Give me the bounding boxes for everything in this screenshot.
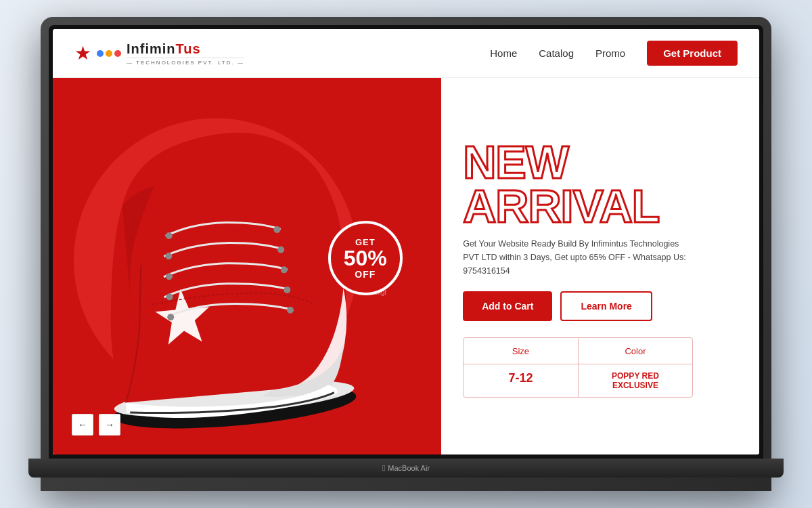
laptop-brand-label:  MacBook Air: [382, 463, 430, 473]
learn-more-button[interactable]: Learn More: [560, 291, 652, 321]
discount-off-text: OFF: [355, 269, 376, 280]
website-container: ★ InfiminTus — TECHNOLOGIES PVT. LTD. —: [53, 29, 759, 454]
laptop-brand-text: MacBook Air: [388, 464, 430, 472]
prev-arrow-button[interactable]: ←: [72, 414, 93, 436]
next-arrow-button[interactable]: →: [99, 414, 120, 436]
logo-name: InfiminTus: [127, 41, 244, 57]
nav-links: Home Catalog Promo Get Product: [490, 41, 738, 66]
product-table: Size Color 7-12: [463, 337, 693, 398]
laptop-shell: ★ InfiminTus — TECHNOLOGIES PVT. LTD. —: [41, 17, 771, 491]
size-header-cell: Size: [464, 338, 579, 364]
color-header-cell: Color: [579, 338, 693, 364]
logo-sub: — TECHNOLOGIES PVT. LTD. —: [127, 58, 244, 66]
logo-dot-yellow: [106, 50, 112, 57]
nav-arrows: ← →: [72, 414, 120, 436]
hero-title-line2: ARRIVAL: [463, 184, 738, 228]
logo-dot-blue: [97, 50, 104, 57]
navbar: ★ InfiminTus — TECHNOLOGIES PVT. LTD. —: [53, 29, 759, 78]
nav-home[interactable]: Home: [490, 47, 517, 59]
logo-text: InfiminTus — TECHNOLOGIES PVT. LTD. —: [127, 41, 244, 66]
laptop-screen: ★ InfiminTus — TECHNOLOGIES PVT. LTD. —: [53, 29, 759, 454]
hero-description: Get Your Website Ready Build By Infimint…: [463, 237, 693, 278]
discount-badge: GET 50% OFF: [328, 221, 403, 295]
color-label: Color: [625, 346, 646, 356]
logo-dots: [97, 50, 121, 57]
color-value-cell: POPPY RED EXCLUSIVE: [579, 364, 693, 397]
hero-content-area: NEW ARRIVAL Get Your Website Ready Build…: [441, 78, 759, 454]
add-to-cart-button[interactable]: Add to Cart: [463, 291, 552, 321]
size-value-cell: 7-12: [464, 364, 579, 397]
apple-icon: : [382, 463, 385, 473]
screen-bezel: ★ InfiminTus — TECHNOLOGIES PVT. LTD. —: [49, 25, 763, 459]
nav-catalog[interactable]: Catalog: [539, 47, 574, 59]
laptop-base:  MacBook Air: [28, 459, 784, 478]
logo-dot-red: [114, 50, 121, 57]
hero-title: NEW ARRIVAL: [463, 140, 738, 228]
logo-star-icon: ★: [74, 42, 91, 64]
discount-percent-text: 50%: [344, 247, 387, 269]
hero-buttons: Add to Cart Learn More: [463, 291, 738, 321]
nav-promo[interactable]: Promo: [595, 47, 625, 59]
size-label: Size: [512, 346, 529, 356]
get-product-button[interactable]: Get Product: [647, 41, 738, 66]
logo-area: ★ InfiminTus — TECHNOLOGIES PVT. LTD. —: [74, 41, 244, 66]
hero-section: GET 50% OFF backgr ← →: [53, 78, 759, 454]
hero-title-line1: NEW: [463, 140, 738, 184]
shoe-svg: [53, 85, 374, 454]
color-value: POPPY RED EXCLUSIVE: [612, 371, 659, 390]
size-value: 7-12: [508, 371, 533, 385]
table-header-row: Size Color: [464, 338, 692, 364]
table-body-row: 7-12 POPPY RED EXCLUSIVE: [464, 364, 692, 397]
hero-image-area: GET 50% OFF backgr ← →: [53, 78, 441, 454]
